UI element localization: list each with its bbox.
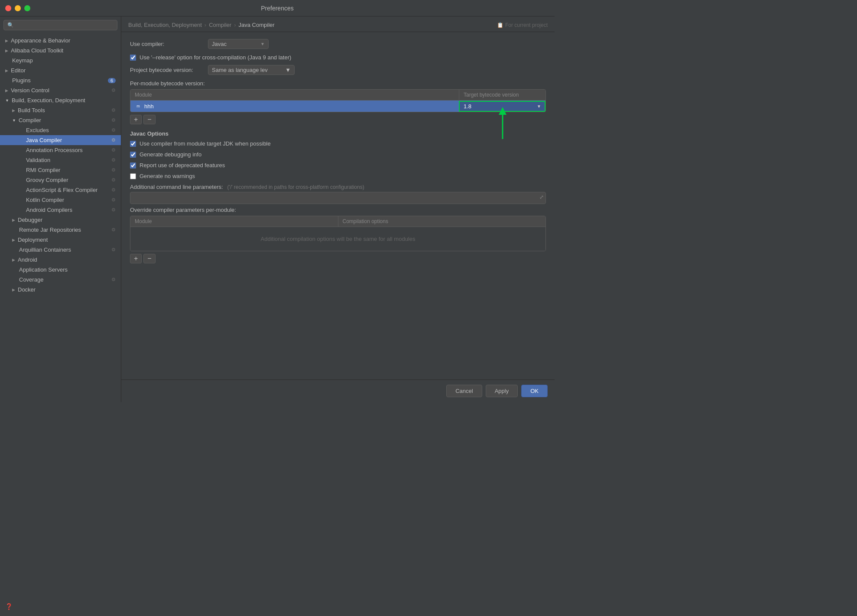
version-value: 1.8 <box>464 103 471 110</box>
cancel-button[interactable]: Cancel <box>446 385 482 397</box>
cross-compilation-checkbox[interactable] <box>130 55 136 61</box>
cross-compilation-row: Use '--release' option for cross-compila… <box>130 54 546 61</box>
module-icon: m <box>135 103 142 110</box>
sidebar-item-annotation-processors[interactable]: Annotation Processors ⚙ <box>0 145 121 155</box>
use-module-jdk-checkbox[interactable] <box>130 141 136 147</box>
module-cell: m hhh <box>130 101 459 112</box>
version-dropdown-button[interactable]: ▼ <box>537 104 541 109</box>
sidebar-item-java-compiler[interactable]: Java Compiler ⚙ <box>0 135 121 145</box>
sidebar-item-android[interactable]: ▶ Android <box>0 255 121 265</box>
breadcrumb-build: Build, Execution, Deployment <box>128 22 202 28</box>
project-bytecode-select[interactable]: Same as language lev ▼ <box>208 65 295 75</box>
config-icon: ⚙ <box>111 177 116 183</box>
expand-icon: ▼ <box>12 118 16 123</box>
javac-options-title: Javac Options <box>130 130 546 137</box>
generate-no-warnings-row: Generate no warnings <box>130 173 546 179</box>
titlebar: Preferences <box>0 0 555 16</box>
right-panel: Build, Execution, Deployment › Compiler … <box>121 16 555 402</box>
override-label-row: Override compiler parameters per-module: <box>130 207 546 213</box>
table-row[interactable]: m hhh 1.8 ▼ <box>130 101 545 112</box>
config-icon: ⚙ <box>111 207 116 213</box>
table-actions: + − <box>130 115 546 124</box>
sidebar-item-plugins[interactable]: Plugins 6 <box>0 75 121 85</box>
sidebar-item-coverage[interactable]: Coverage ⚙ <box>0 275 121 285</box>
close-button[interactable] <box>5 5 11 11</box>
config-icon: ⚙ <box>111 117 116 123</box>
sidebar-item-label: Docker <box>18 286 36 293</box>
sidebar-item-rmi-compiler[interactable]: RMI Compiler ⚙ <box>0 165 121 175</box>
override-col-module: Module <box>130 216 338 227</box>
sidebar-item-kotlin-compiler[interactable]: Kotlin Compiler ⚙ <box>0 195 121 205</box>
sidebar-item-alibaba[interactable]: ▶ Alibaba Cloud Toolkit <box>0 45 121 55</box>
expand-icon: ▼ <box>5 98 9 103</box>
override-empty-text: Additional compilation options will be t… <box>261 236 416 242</box>
search-input[interactable] <box>16 22 114 28</box>
expand-icon: ▶ <box>5 39 8 43</box>
breadcrumb-arrow-2: › <box>234 22 236 28</box>
main-content: 🔍 ▶ Appearance & Behavior ▶ Alibaba Clou… <box>0 16 555 402</box>
ok-button[interactable]: OK <box>521 385 548 397</box>
config-icon: ⚙ <box>111 157 116 163</box>
expand-icon: ▶ <box>12 258 15 262</box>
use-compiler-label: Use compiler: <box>130 41 208 47</box>
sidebar-item-label: Coverage <box>19 276 43 283</box>
titlebar-controls <box>5 5 30 11</box>
generate-debug-checkbox[interactable] <box>130 152 136 158</box>
search-box[interactable]: 🔍 <box>3 20 117 30</box>
override-label: Override compiler parameters per-module: <box>130 207 236 213</box>
sidebar-item-label: Validation <box>26 157 50 163</box>
sidebar-item-label: Annotation Processors <box>26 147 83 153</box>
add-module-button[interactable]: + <box>130 115 142 124</box>
config-icon: ⚙ <box>111 197 116 203</box>
cmdline-label-row: Additional command line parameters: ('/'… <box>130 184 546 190</box>
remove-module-button[interactable]: − <box>143 115 155 124</box>
sidebar-item-label: Debugger <box>18 217 42 223</box>
sidebar-item-keymap[interactable]: Keymap <box>0 55 121 65</box>
sidebar-item-label: Plugins <box>12 77 31 84</box>
sidebar-item-validation[interactable]: Validation ⚙ <box>0 155 121 165</box>
maximize-button[interactable] <box>24 5 30 11</box>
sidebar-item-excludes[interactable]: Excludes ⚙ <box>0 125 121 135</box>
generate-no-warnings-checkbox[interactable] <box>130 173 136 179</box>
sidebar-item-label: Alibaba Cloud Toolkit <box>11 47 63 54</box>
override-col-compilation: Compilation options <box>338 216 546 227</box>
sidebar-item-editor[interactable]: ▶ Editor <box>0 65 121 75</box>
use-module-jdk-label: Use compiler from module target JDK when… <box>140 140 271 147</box>
sidebar-item-version-control[interactable]: ▶ Version Control ⚙ <box>0 85 121 95</box>
expand-icon: ▶ <box>5 68 8 73</box>
config-icon: ⚙ <box>111 187 116 193</box>
project-label: For current project <box>505 22 548 28</box>
sidebar-item-application-servers[interactable]: Application Servers <box>0 265 121 275</box>
use-compiler-select[interactable]: Javac ▼ <box>208 39 269 49</box>
sidebar-item-arquillian[interactable]: Arquillian Containers ⚙ <box>0 245 121 255</box>
sidebar-item-build-tools[interactable]: ▶ Build Tools ⚙ <box>0 105 121 115</box>
sidebar-item-build-execution[interactable]: ▼ Build, Execution, Deployment <box>0 95 121 105</box>
sidebar-item-deployment[interactable]: ▶ Deployment <box>0 235 121 245</box>
report-deprecated-checkbox[interactable] <box>130 162 136 169</box>
select-arrow-icon: ▼ <box>285 67 291 73</box>
sidebar-item-compiler[interactable]: ▼ Compiler ⚙ <box>0 115 121 125</box>
sidebar-item-actionscript-compiler[interactable]: ActionScript & Flex Compiler ⚙ <box>0 185 121 195</box>
minimize-button[interactable] <box>15 5 21 11</box>
sidebar-item-groovy-compiler[interactable]: Groovy Compiler ⚙ <box>0 175 121 185</box>
config-icon: ⚙ <box>111 107 116 113</box>
apply-button[interactable]: Apply <box>486 385 518 397</box>
config-icon: ⚙ <box>111 127 116 133</box>
add-override-button[interactable]: + <box>130 254 142 263</box>
sidebar-item-label: Build, Execution, Deployment <box>12 97 85 104</box>
sidebar-item-label: Android Compilers <box>26 207 72 213</box>
sidebar-item-debugger[interactable]: ▶ Debugger <box>0 215 121 225</box>
config-icon: ⚙ <box>111 167 116 173</box>
sidebar-item-docker[interactable]: ▶ Docker <box>0 285 121 295</box>
sidebar-item-android-compilers[interactable]: Android Compilers ⚙ <box>0 205 121 215</box>
sidebar-item-label: Appearance & Behavior <box>11 37 70 44</box>
cmdline-input[interactable]: ⤢ <box>130 192 546 204</box>
expand-button[interactable]: ⤢ <box>539 194 544 200</box>
sidebar-item-remote-jar[interactable]: Remote Jar Repositories ⚙ <box>0 225 121 235</box>
sidebar-item-appearance-behavior[interactable]: ▶ Appearance & Behavior <box>0 36 121 45</box>
remove-override-button[interactable]: − <box>143 254 155 263</box>
project-bytecode-value: Same as language lev <box>212 67 268 73</box>
version-cell[interactable]: 1.8 ▼ <box>459 101 545 112</box>
cmdline-text-input[interactable] <box>134 195 533 201</box>
generate-debug-label: Generate debugging info <box>140 151 201 158</box>
